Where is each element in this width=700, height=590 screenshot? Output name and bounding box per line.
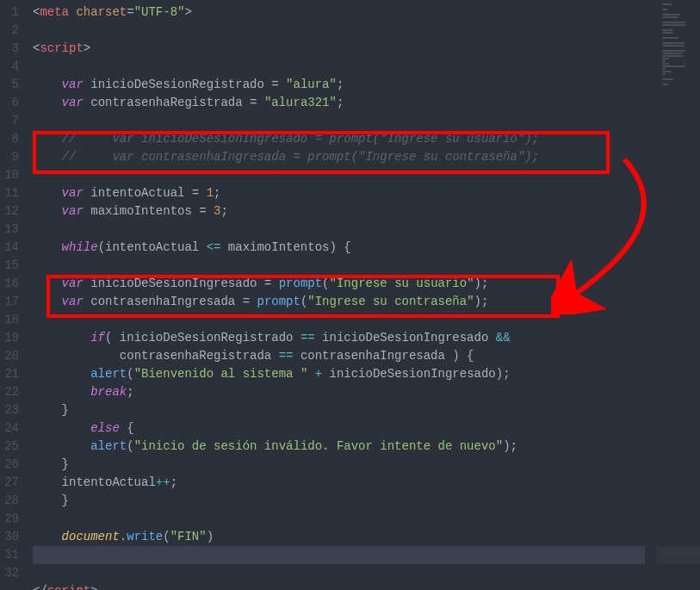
code-line-current[interactable] xyxy=(33,546,700,564)
line-number: 12 xyxy=(0,202,19,220)
line-number: 9 xyxy=(0,148,19,166)
code-line[interactable]: var contrasenhaRegistrada = "alura321"; xyxy=(33,94,700,112)
line-number: 3 xyxy=(0,40,19,58)
code-line[interactable] xyxy=(33,58,700,76)
line-number: 17 xyxy=(0,293,19,311)
code-line[interactable]: // var inicioDeSesionIngresado = prompt(… xyxy=(33,130,700,148)
code-line[interactable]: var inicioDeSesionRegistrado = "alura"; xyxy=(33,76,700,94)
code-line[interactable]: } xyxy=(33,401,700,419)
code-line[interactable]: contrasenhaRegistrada == contrasenhaIngr… xyxy=(33,347,700,365)
code-line[interactable]: <script> xyxy=(33,40,700,58)
line-number: 32 xyxy=(0,564,19,582)
code-line[interactable]: </script> xyxy=(33,582,700,590)
code-line[interactable]: var maximoIntentos = 3; xyxy=(33,202,700,220)
code-line[interactable]: // var contrasenhaIngresada = prompt("In… xyxy=(33,148,700,166)
code-area[interactable]: <meta charset="UTF-8"> <script> var inic… xyxy=(26,0,700,590)
line-number: 23 xyxy=(0,401,19,419)
line-number: 26 xyxy=(0,456,19,474)
code-line[interactable]: if( inicioDeSesionRegistrado == inicioDe… xyxy=(33,329,700,347)
code-line[interactable]: while(intentoActual <= maximoIntentos) { xyxy=(33,239,700,257)
code-line[interactable] xyxy=(33,257,700,275)
line-number: 21 xyxy=(0,365,19,383)
line-number: 15 xyxy=(0,257,19,275)
code-line[interactable]: document.write("FIN") xyxy=(33,528,700,546)
code-line[interactable]: } xyxy=(33,492,700,510)
code-line[interactable] xyxy=(33,22,700,40)
line-number: 19 xyxy=(0,329,19,347)
line-number: 18 xyxy=(0,311,19,329)
code-line[interactable] xyxy=(33,564,700,582)
code-line[interactable] xyxy=(33,510,700,528)
line-number: 6 xyxy=(0,94,19,112)
code-line[interactable]: break; xyxy=(33,383,700,401)
line-number: 13 xyxy=(0,220,19,239)
code-line[interactable]: var contrasenhaIngresada = prompt("Ingre… xyxy=(33,293,700,311)
code-line[interactable] xyxy=(33,311,700,329)
line-number: 8 xyxy=(0,130,19,148)
line-number: 1 xyxy=(0,3,19,22)
code-line[interactable]: var intentoActual = 1; xyxy=(33,184,700,202)
line-number: 20 xyxy=(0,347,19,365)
code-line[interactable] xyxy=(33,166,700,184)
vertical-scrollbar[interactable] xyxy=(645,0,657,590)
line-number: 4 xyxy=(0,58,19,76)
code-line[interactable]: var inicioDeSesionIngresado = prompt("In… xyxy=(33,275,700,293)
code-line[interactable]: <meta charset="UTF-8"> xyxy=(33,3,700,22)
code-line[interactable]: } xyxy=(33,456,700,474)
line-number: 14 xyxy=(0,239,19,257)
line-number: 25 xyxy=(0,438,19,456)
line-number: 5 xyxy=(0,76,19,94)
minimap-content xyxy=(657,0,700,90)
line-number: 22 xyxy=(0,383,19,401)
line-number: 31 xyxy=(0,546,19,564)
line-number: 11 xyxy=(0,184,19,202)
line-number: 2 xyxy=(0,22,19,40)
line-number: 28 xyxy=(0,492,19,510)
line-number: 10 xyxy=(0,166,19,184)
line-number-gutter: 1 2 3 4 5 6 7 8 9 10 11 12 13 14 15 16 1… xyxy=(0,0,26,590)
code-line[interactable]: intentoActual++; xyxy=(33,474,700,492)
minimap[interactable] xyxy=(657,0,700,590)
code-line[interactable] xyxy=(33,220,700,239)
line-number: 7 xyxy=(0,112,19,130)
line-number: 30 xyxy=(0,528,19,546)
line-number: 27 xyxy=(0,474,19,492)
line-number: 24 xyxy=(0,419,19,438)
code-line[interactable] xyxy=(33,112,700,130)
line-number: 29 xyxy=(0,510,19,528)
code-line[interactable]: alert("inicio de sesión inválido. Favor … xyxy=(33,438,700,456)
line-number: 16 xyxy=(0,275,19,293)
code-editor[interactable]: 1 2 3 4 5 6 7 8 9 10 11 12 13 14 15 16 1… xyxy=(0,0,700,590)
code-line[interactable]: else { xyxy=(33,419,700,438)
code-line[interactable]: alert("Bienvenido al sistema " + inicioD… xyxy=(33,365,700,383)
